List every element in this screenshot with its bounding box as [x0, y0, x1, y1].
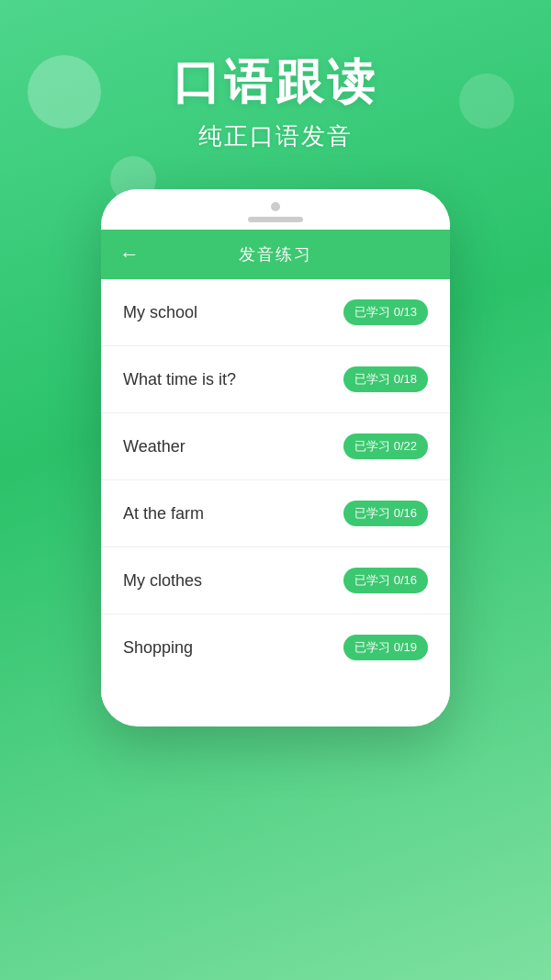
- phone-top-bar: [101, 189, 450, 230]
- item-label-3: At the farm: [123, 504, 204, 524]
- item-badge-3: 已学习 0/16: [343, 501, 428, 526]
- app-header: ← 发音练习: [101, 230, 450, 279]
- item-badge-2: 已学习 0/22: [343, 434, 428, 459]
- phone-mockup: ← 发音练习 My school已学习 0/13What time is it?…: [101, 189, 450, 727]
- bg-circle-3: [459, 73, 514, 129]
- list-item[interactable]: Weather已学习 0/22: [101, 413, 450, 480]
- item-badge-4: 已学习 0/16: [343, 568, 428, 593]
- item-label-5: Shopping: [123, 638, 193, 658]
- bg-circle-1: [28, 55, 101, 129]
- app-nav-title: 发音练习: [239, 243, 312, 265]
- phone-speaker: [248, 217, 303, 222]
- list-container: My school已学习 0/13What time is it?已学习 0/1…: [101, 279, 450, 681]
- phone-bottom-space: [101, 681, 450, 708]
- page-title: 口语跟读: [173, 51, 378, 115]
- page-subtitle: 纯正口语发音: [173, 120, 378, 152]
- item-label-0: My school: [123, 303, 197, 322]
- item-badge-0: 已学习 0/13: [343, 299, 428, 325]
- header-section: 口语跟读 纯正口语发音: [173, 51, 378, 152]
- item-badge-5: 已学习 0/19: [343, 635, 428, 660]
- back-button[interactable]: ←: [119, 242, 140, 266]
- list-item[interactable]: My clothes已学习 0/16: [101, 547, 450, 614]
- list-item[interactable]: My school已学习 0/13: [101, 279, 450, 346]
- list-item[interactable]: At the farm已学习 0/16: [101, 480, 450, 547]
- item-label-2: Weather: [123, 437, 186, 456]
- list-item[interactable]: Shopping已学习 0/19: [101, 614, 450, 681]
- item-label-1: What time is it?: [123, 370, 236, 389]
- item-badge-1: 已学习 0/18: [343, 366, 428, 392]
- list-item[interactable]: What time is it?已学习 0/18: [101, 346, 450, 413]
- phone-camera: [271, 202, 280, 211]
- item-label-4: My clothes: [123, 571, 202, 591]
